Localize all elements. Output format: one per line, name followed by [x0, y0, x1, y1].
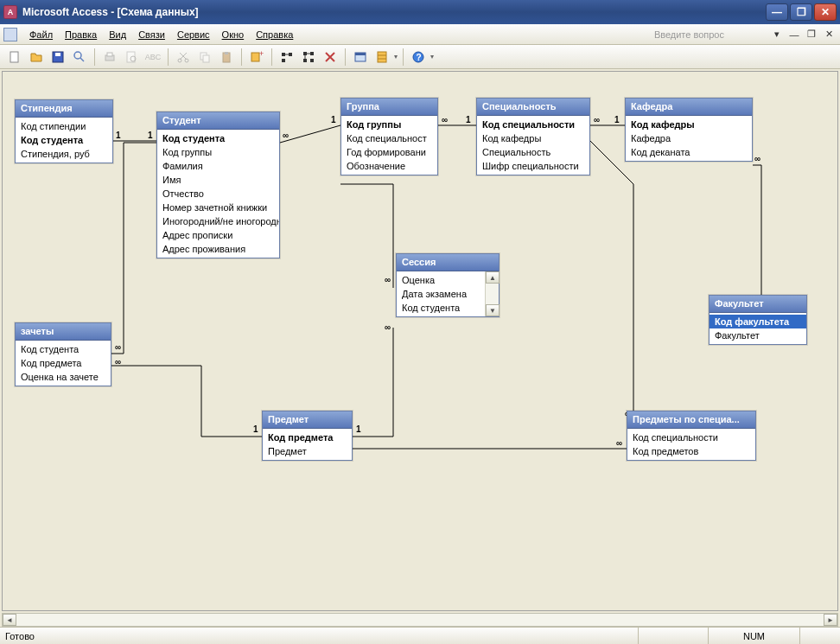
- table-title[interactable]: Стипендия: [16, 100, 112, 118]
- table-field[interactable]: Код кафедры: [626, 118, 752, 131]
- dropdown-icon[interactable]: ▾: [771, 29, 783, 41]
- table-predmet[interactable]: Предмет Код предметаПредмет: [262, 411, 353, 461]
- search-button[interactable]: [70, 48, 89, 67]
- table-field[interactable]: Код деканата: [626, 145, 752, 159]
- menu-edit[interactable]: Правка: [60, 28, 102, 41]
- table-field[interactable]: Оценка на зачете: [16, 370, 111, 384]
- preview-button[interactable]: [122, 48, 141, 67]
- table-field[interactable]: Предмет: [263, 444, 352, 458]
- help-search[interactable]: Введите вопрос: [649, 28, 767, 41]
- print-button[interactable]: [100, 48, 119, 67]
- table-title[interactable]: Сессия: [397, 254, 499, 271]
- table-title[interactable]: Специальность: [477, 99, 589, 116]
- menu-relations[interactable]: Связи: [133, 28, 170, 41]
- menu-view[interactable]: Вид: [104, 28, 131, 41]
- table-field[interactable]: Дата экзамена: [397, 287, 485, 301]
- cut-button[interactable]: [174, 48, 193, 67]
- open-button[interactable]: [27, 48, 46, 67]
- help-button[interactable]: ?: [409, 48, 428, 67]
- horizontal-scrollbar[interactable]: ◄ ►: [2, 613, 838, 627]
- save-button[interactable]: [48, 48, 67, 67]
- show-all-button[interactable]: [299, 48, 318, 67]
- table-field[interactable]: Код специальност: [341, 131, 437, 145]
- table-field[interactable]: Код студента: [397, 301, 485, 315]
- scroll-down-icon[interactable]: ▼: [486, 304, 500, 316]
- table-field[interactable]: Фамилия: [157, 159, 279, 173]
- table-title[interactable]: Факультет: [710, 296, 806, 313]
- table-field[interactable]: Код группы: [341, 118, 437, 131]
- add-table-button[interactable]: +: [247, 48, 266, 67]
- scrollbar[interactable]: ▲ ▼: [485, 271, 499, 316]
- table-field[interactable]: Код кафедры: [477, 131, 589, 145]
- menu-file[interactable]: Файл: [24, 28, 58, 41]
- status-cell: [638, 628, 708, 644]
- table-field[interactable]: Шифр специальности: [477, 159, 589, 173]
- paste-button[interactable]: [217, 48, 236, 67]
- table-field[interactable]: Факультет: [710, 328, 806, 342]
- window-button[interactable]: [351, 48, 370, 67]
- table-field[interactable]: Иногородний/не иногородн: [157, 214, 279, 228]
- table-field[interactable]: Код специальности: [627, 430, 755, 444]
- table-title[interactable]: зачеты: [16, 323, 111, 341]
- show-direct-button[interactable]: [277, 48, 296, 67]
- new-button[interactable]: [5, 48, 24, 67]
- scroll-right-icon[interactable]: ►: [824, 614, 837, 626]
- mdi-restore-button[interactable]: ❐: [805, 29, 818, 41]
- doc-icon[interactable]: [3, 28, 17, 41]
- table-field[interactable]: Оценка: [397, 273, 485, 287]
- table-field[interactable]: Адрес прописки: [157, 228, 279, 242]
- table-field[interactable]: Номер зачетной книжки: [157, 201, 279, 214]
- rel-card: ∞: [385, 322, 391, 332]
- close-button[interactable]: ✕: [814, 3, 837, 21]
- table-field[interactable]: Код предмета: [16, 356, 111, 370]
- table-kafedra[interactable]: Кафедра Код кафедрыКафедраКод деканата: [625, 98, 753, 162]
- svg-rect-17: [282, 53, 285, 56]
- table-field[interactable]: Код студента: [16, 342, 111, 356]
- table-field[interactable]: Обозначение: [341, 159, 437, 173]
- table-field[interactable]: Специальность: [477, 145, 589, 159]
- menu-service[interactable]: Сервис: [172, 28, 215, 41]
- table-gruppa[interactable]: Группа Код группыКод специальностГод фор…: [340, 98, 438, 175]
- table-zachety[interactable]: зачеты Код студентаКод предметаОценка на…: [15, 322, 111, 386]
- table-field[interactable]: Код студента: [16, 133, 112, 147]
- table-stipendia[interactable]: Стипендия Код стипендииКод студентаСтипе…: [15, 99, 113, 163]
- table-field[interactable]: Кафедра: [626, 131, 752, 145]
- table-title[interactable]: Предмет: [263, 411, 352, 429]
- table-title[interactable]: Предметы по специа...: [627, 411, 755, 429]
- menu-window[interactable]: Окно: [217, 28, 250, 41]
- table-title[interactable]: Кафедра: [626, 99, 752, 116]
- spell-button[interactable]: ABC: [143, 48, 162, 67]
- svg-text:?: ?: [417, 53, 422, 62]
- mdi-close-button[interactable]: ✕: [823, 29, 835, 41]
- scroll-left-icon[interactable]: ◄: [3, 614, 16, 626]
- scroll-up-icon[interactable]: ▲: [486, 271, 500, 284]
- table-sessia[interactable]: Сессия ОценкаДата экзаменаКод студента ▲…: [396, 253, 500, 317]
- table-field[interactable]: Код предметов: [627, 444, 755, 458]
- table-field[interactable]: Отчество: [157, 187, 279, 201]
- table-field[interactable]: Код факультета: [710, 315, 806, 328]
- table-field[interactable]: Стипендия, руб: [16, 147, 112, 161]
- table-field[interactable]: Год формировани: [341, 145, 437, 159]
- mdi-minimize-button[interactable]: —: [788, 29, 800, 41]
- db-button[interactable]: [372, 48, 391, 67]
- table-field[interactable]: Адрес проживания: [157, 242, 279, 256]
- relationships-canvas[interactable]: 1 1 ∞ 1 ∞ 1 ∞ 1 ∞ ∞ ∞ 1 1 ∞ ∞ ∞ ∞ Стипен…: [2, 71, 838, 611]
- table-predmety-spec[interactable]: Предметы по специа... Код специальностиК…: [627, 411, 756, 461]
- maximize-button[interactable]: ❐: [790, 3, 812, 21]
- table-field[interactable]: Код стипендии: [16, 119, 112, 133]
- table-field[interactable]: Код специальности: [477, 118, 589, 131]
- table-specialnost[interactable]: Специальность Код специальностиКод кафед…: [476, 98, 590, 175]
- table-title[interactable]: Студент: [157, 112, 279, 130]
- table-field[interactable]: Код предмета: [263, 430, 352, 444]
- rel-card: 1: [331, 115, 336, 124]
- table-student[interactable]: Студент Код студентаКод группыФамилияИмя…: [156, 112, 280, 258]
- menu-help[interactable]: Справка: [251, 28, 298, 41]
- table-field[interactable]: Код группы: [157, 145, 279, 159]
- table-fakultet[interactable]: Факультет Код факультетаФакультет: [709, 295, 807, 345]
- clear-layout-button[interactable]: [321, 48, 340, 67]
- table-title[interactable]: Группа: [341, 99, 437, 116]
- copy-button[interactable]: [195, 48, 214, 67]
- table-field[interactable]: Код студента: [157, 131, 279, 145]
- table-field[interactable]: Имя: [157, 173, 279, 187]
- minimize-button[interactable]: —: [766, 3, 788, 21]
